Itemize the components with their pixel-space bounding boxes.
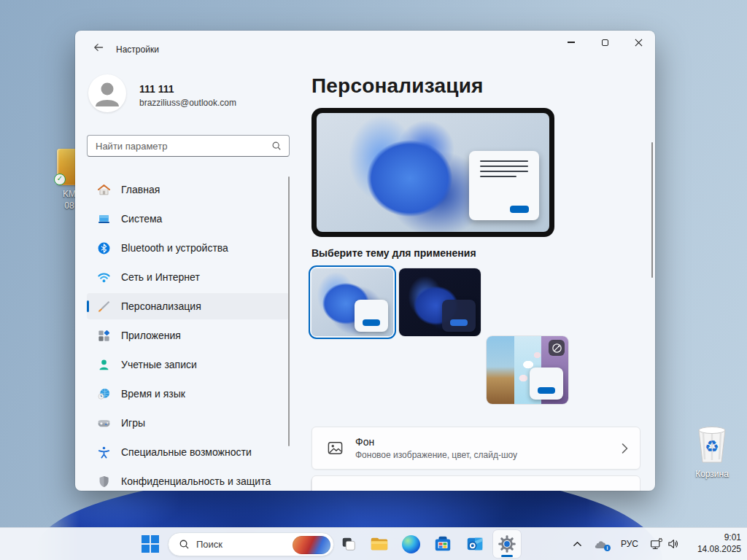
start-button[interactable] (136, 530, 164, 558)
maximize-icon (602, 39, 608, 46)
close-icon (635, 39, 643, 47)
sidebar-item-label: Персонализация (121, 300, 201, 312)
page-title: Персонализация (311, 74, 484, 98)
sidebar-item-bluetooth[interactable]: Bluetooth и устройства (87, 235, 290, 261)
windows-logo-icon (142, 535, 159, 553)
sidebar-item-apps[interactable]: Приложения (87, 322, 290, 349)
sidebar-item-label: Специальные возможности (121, 446, 252, 458)
sidebar-item-label: Сеть и Интернет (121, 271, 200, 283)
theme-preview-wallpaper (317, 113, 549, 232)
network-tray-button[interactable] (646, 530, 665, 558)
recycle-bin[interactable]: ♻ Корзина (689, 423, 735, 479)
active-app-indicator (501, 555, 513, 557)
clock[interactable]: 9:01 14.08.2025 (697, 532, 741, 555)
account-icon (96, 357, 111, 372)
ethernet-icon (649, 537, 663, 551)
taskbar: 24° Поиск (0, 527, 747, 560)
settings-search-input[interactable] (88, 141, 271, 152)
maximize-button[interactable] (588, 31, 622, 54)
sidebar-item-accessibility[interactable]: Специальные возможности (87, 439, 290, 465)
apps-icon (96, 328, 111, 343)
minimize-icon (568, 42, 575, 42)
theme-tile-spotlight-collage[interactable] (487, 336, 568, 404)
edge-button[interactable] (397, 530, 425, 558)
onedrive-cloud-icon: i (594, 539, 608, 550)
sidebar-item-system[interactable]: Система (87, 206, 290, 232)
tray-overflow-button[interactable] (568, 530, 587, 558)
preview-accent-button (510, 206, 529, 213)
task-view-icon (340, 535, 357, 553)
back-button[interactable] (87, 37, 110, 58)
settings-button-active[interactable] (493, 530, 521, 558)
search-icon (179, 539, 190, 550)
preview-text-line (480, 171, 528, 172)
volume-tray-button[interactable] (664, 530, 683, 558)
chevron-up-icon (573, 540, 582, 549)
sidebar-item-label: Главная (121, 184, 160, 195)
sidebar-item-network[interactable]: Сеть и Интернет (87, 264, 290, 290)
clock-time: 9:01 (697, 532, 741, 543)
sidebar-item-personalization[interactable]: Персонализация (87, 293, 290, 319)
background-settings-row[interactable]: Фон Фоновое изображение, цвет, слайд-шоу (311, 427, 640, 470)
sidebar-item-time-language[interactable]: Время и язык (87, 381, 290, 407)
sidebar-item-gaming[interactable]: Игры (87, 410, 290, 436)
sidebar-scrollbar[interactable] (288, 176, 290, 446)
wifi-icon (96, 270, 111, 284)
bluetooth-icon (96, 241, 111, 255)
spotlight-badge-icon (549, 340, 565, 356)
back-arrow-icon (93, 42, 104, 53)
file-explorer-button[interactable] (365, 530, 393, 558)
theme-accent-pill (538, 387, 555, 394)
sidebar-item-label: Bluetooth и устройства (121, 242, 228, 254)
onedrive-info-badge: i (604, 545, 611, 551)
sidebar-item-label: Учетные записи (121, 359, 197, 370)
sidebar-item-label: Система (121, 213, 162, 225)
sidebar-item-label: Приложения (121, 330, 181, 341)
row-texts: Фон Фоновое изображение, цвет, слайд-шоу (355, 436, 517, 460)
folder-icon (370, 534, 389, 553)
sidebar-item-label: Игры (121, 417, 145, 429)
profile-name: 111 111 (139, 83, 174, 95)
theme-preview-window-card (469, 151, 539, 220)
time-language-icon (96, 386, 111, 401)
selected-indicator (87, 300, 89, 312)
recycle-bin-label: Корзина (689, 469, 735, 479)
row-subtitle: Фоновое изображение, цвет, слайд-шоу (355, 450, 517, 460)
minimize-button[interactable] (554, 31, 588, 54)
outlook-icon (465, 534, 484, 553)
taskbar-search[interactable]: Поиск (168, 532, 334, 556)
sidebar-item-label: Время и язык (121, 388, 185, 400)
onedrive-tray-button[interactable]: i (591, 530, 611, 558)
search-icon (271, 141, 282, 151)
sidebar-item-accounts[interactable]: Учетные записи (87, 351, 290, 378)
task-view-button[interactable] (335, 530, 363, 558)
desktop-wallpaper: ✓ KM 08 ♻ Корзина Настройки (0, 0, 747, 560)
system-icon (96, 211, 111, 226)
window-title: Настройки (116, 44, 159, 55)
theme-mini-card (530, 368, 563, 400)
sidebar-item-privacy[interactable]: Конфиденциальность и защита (87, 468, 290, 491)
recycle-bin-icon: ♻ (692, 423, 732, 465)
microsoft-store-button[interactable] (429, 530, 457, 558)
language-indicator[interactable]: РУС (617, 530, 642, 558)
sidebar-item-home[interactable]: Главная (87, 176, 290, 203)
themes-section-label: Выберите тему для применения (311, 247, 476, 259)
preview-text-line (480, 160, 528, 162)
theme-tile-windows-light-selected[interactable] (309, 265, 396, 339)
picture-icon (327, 440, 344, 456)
window-controls (554, 31, 655, 54)
profile-email: brazziliuss@outlook.com (139, 98, 236, 108)
content-scrollbar[interactable] (651, 142, 653, 278)
close-button[interactable] (622, 31, 655, 54)
outlook-button[interactable] (461, 530, 489, 558)
clock-date: 14.08.2025 (697, 543, 741, 555)
person-icon (88, 74, 126, 112)
gamepad-icon (96, 416, 111, 430)
avatar[interactable] (88, 74, 126, 112)
theme-thumbnail (311, 268, 393, 336)
sidebar-item-label: Конфиденциальность и защита (121, 475, 271, 487)
theme-tile-windows-dark[interactable] (399, 268, 481, 336)
next-settings-row-partial[interactable] (311, 475, 640, 491)
settings-search-box (87, 135, 290, 157)
accessibility-icon (96, 445, 111, 459)
